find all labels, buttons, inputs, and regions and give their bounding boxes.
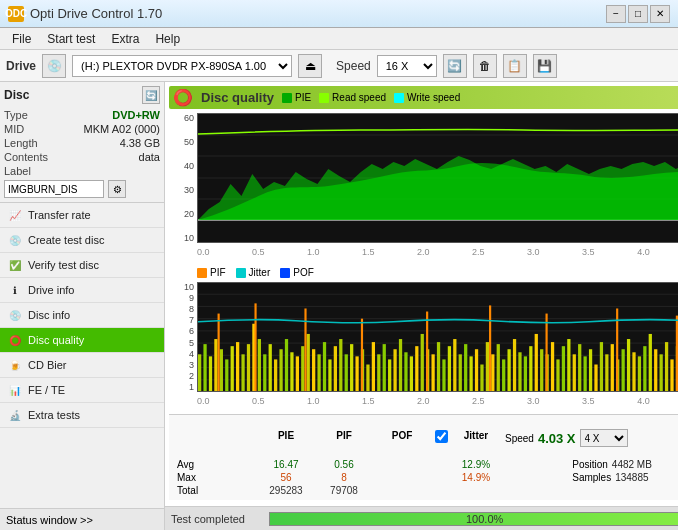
disc-header: Disc 🔄: [4, 86, 160, 104]
erase-button[interactable]: 🗑: [473, 54, 497, 78]
disc-section: Disc 🔄 Type DVD+RW MID MKM A02 (000) Len…: [0, 82, 164, 203]
menu-start-test[interactable]: Start test: [39, 30, 103, 48]
minimize-button[interactable]: −: [606, 5, 626, 23]
legend-readspeed: Read speed: [319, 92, 386, 103]
stats-empty: [177, 430, 257, 446]
close-button[interactable]: ✕: [650, 5, 670, 23]
menu-file[interactable]: File: [4, 30, 39, 48]
svg-rect-55: [421, 334, 424, 391]
chart-container: ⭕ Disc quality PIE Read speed Write spee…: [165, 82, 678, 506]
jitter-max-space: [431, 472, 451, 483]
svg-rect-82: [567, 339, 570, 391]
nav-disc-quality[interactable]: ⭕ Disc quality: [0, 328, 164, 353]
stats-jitter-header: Jitter: [451, 430, 501, 446]
top-y-axis-left: 605040302010: [169, 113, 197, 243]
svg-rect-99: [660, 354, 663, 391]
stats-jitter-check[interactable]: [431, 430, 451, 446]
svg-rect-116: [546, 314, 548, 391]
save-button[interactable]: 💾: [533, 54, 557, 78]
extra-tests-icon: 🔬: [8, 408, 22, 422]
nav-transfer-rate[interactable]: 📈 Transfer rate: [0, 203, 164, 228]
nav-fe-te[interactable]: 📊 FE / TE: [0, 378, 164, 403]
nav-transfer-rate-label: Transfer rate: [28, 209, 91, 221]
svg-rect-40: [339, 339, 342, 391]
nav-disc-info-label: Disc info: [28, 309, 70, 321]
svg-rect-58: [437, 342, 440, 391]
menu-help[interactable]: Help: [147, 30, 188, 48]
svg-rect-32: [296, 356, 299, 391]
svg-rect-45: [366, 365, 369, 391]
status-window-label: Status window >>: [6, 514, 93, 526]
refresh-button[interactable]: 🔄: [443, 54, 467, 78]
nav-extra-tests[interactable]: 🔬 Extra tests: [0, 403, 164, 428]
total-label: Total: [177, 485, 257, 496]
speed-select2[interactable]: 4 X: [580, 429, 628, 447]
legend-pie-dot: [282, 93, 292, 103]
svg-rect-57: [431, 354, 434, 391]
chart-legend-top: PIE Read speed Write speed: [282, 92, 460, 103]
svg-rect-114: [426, 312, 428, 391]
legend-jitter-dot: [236, 268, 246, 278]
svg-rect-71: [507, 349, 510, 391]
label-settings-button[interactable]: ⚙: [108, 180, 126, 198]
app-title: Opti Drive Control 1.70: [30, 6, 162, 21]
svg-rect-87: [594, 365, 597, 391]
maximize-button[interactable]: □: [628, 5, 648, 23]
svg-rect-23: [247, 344, 250, 391]
svg-rect-43: [355, 356, 358, 391]
left-panel: Disc 🔄 Type DVD+RW MID MKM A02 (000) Len…: [0, 82, 165, 530]
bottom-x-axis: 0.00.51.01.52.02.53.03.54.04.5 GB: [197, 392, 678, 410]
nav-verify-test-disc[interactable]: ✅ Verify test disc: [0, 253, 164, 278]
speed-select[interactable]: 16 X: [377, 55, 437, 77]
stats-pof-header: POF: [373, 430, 431, 446]
stats-header-row: PIE PIF POF Jitter Speed 4.03 X 4 X: [177, 419, 678, 457]
stats-total-row: Total 295283 79708: [177, 485, 678, 496]
status-window-button[interactable]: Status window >>: [0, 508, 164, 530]
stats-max-cols: Max 56 8 14.9%: [177, 472, 568, 483]
nav-create-test-disc-label: Create test disc: [28, 234, 104, 246]
window-controls: − □ ✕: [606, 5, 670, 23]
svg-rect-50: [393, 349, 396, 391]
position-area: Position 4482 MB: [572, 459, 678, 470]
legend-pif-label: PIF: [210, 267, 226, 278]
nav-cd-bier[interactable]: 🍺 CD Bier: [0, 353, 164, 378]
svg-rect-65: [475, 349, 478, 391]
nav-items: 📈 Transfer rate 💿 Create test disc ✅ Ver…: [0, 203, 164, 508]
disc-label-input[interactable]: [4, 180, 104, 198]
svg-rect-15: [203, 344, 206, 391]
svg-rect-70: [502, 359, 505, 391]
top-x-axis: 0.00.51.01.52.02.53.03.54.04.5 GB: [197, 243, 678, 261]
pif-total: 79708: [315, 485, 373, 496]
disc-contents-label: Contents: [4, 151, 48, 163]
disc-refresh-button[interactable]: 🔄: [142, 86, 160, 104]
main-content: Disc 🔄 Type DVD+RW MID MKM A02 (000) Len…: [0, 82, 678, 530]
eject-button[interactable]: ⏏: [298, 54, 322, 78]
top-chart-area: [197, 113, 678, 243]
jitter-checkbox[interactable]: [435, 430, 448, 443]
copy-button[interactable]: 📋: [503, 54, 527, 78]
stats-area: PIE PIF POF Jitter Speed 4.03 X 4 X: [169, 414, 678, 500]
legend-writespeed-dot: [394, 93, 404, 103]
menu-extra[interactable]: Extra: [103, 30, 147, 48]
nav-create-test-disc[interactable]: 💿 Create test disc: [0, 228, 164, 253]
svg-rect-93: [627, 339, 630, 391]
svg-rect-25: [258, 339, 261, 391]
drive-label: Drive: [6, 59, 36, 73]
legend-writespeed-label: Write speed: [407, 92, 460, 103]
svg-rect-18: [220, 349, 223, 391]
progress-pct: 100.0%: [466, 513, 503, 525]
svg-rect-21: [236, 342, 239, 391]
svg-rect-97: [649, 334, 652, 391]
disc-type-value: DVD+RW: [112, 109, 160, 121]
position-value: 4482 MB: [612, 459, 652, 470]
nav-drive-info[interactable]: ℹ Drive info: [0, 278, 164, 303]
stats-max-row: Max 56 8 14.9% Samples 134885: [177, 472, 678, 483]
jitter-avg: 12.9%: [451, 459, 501, 470]
drive-select[interactable]: (H:) PLEXTOR DVDR PX-890SA 1.00: [72, 55, 292, 77]
disc-length-row: Length 4.38 GB: [4, 136, 160, 150]
disc-mid-label: MID: [4, 123, 24, 135]
progress-bar: 100.0%: [269, 512, 678, 526]
svg-rect-14: [198, 354, 201, 391]
legend-pof-label: POF: [293, 267, 314, 278]
nav-disc-info[interactable]: 💿 Disc info: [0, 303, 164, 328]
